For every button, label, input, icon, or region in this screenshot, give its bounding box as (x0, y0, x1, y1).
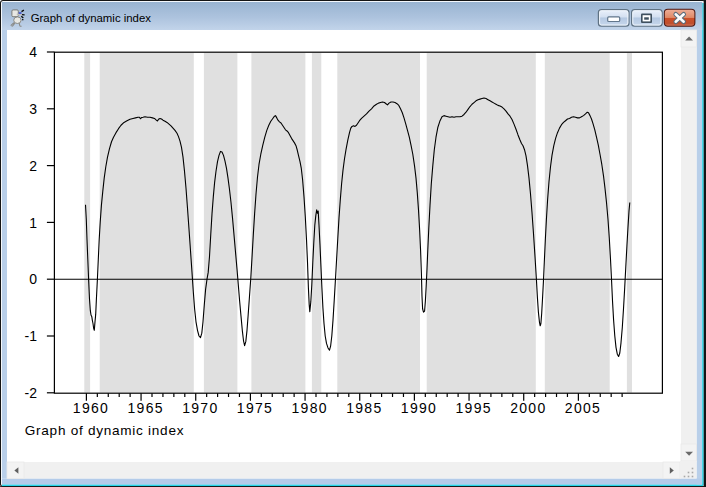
svg-text:1995: 1995 (455, 400, 491, 416)
svg-text:1990: 1990 (401, 400, 437, 416)
svg-text:1: 1 (29, 215, 37, 231)
svg-text:1975: 1975 (237, 400, 273, 416)
svg-text:Graph of dynamic index: Graph of dynamic index (25, 423, 184, 438)
svg-text:3: 3 (29, 101, 37, 117)
svg-text:1985: 1985 (346, 400, 382, 416)
svg-text:2: 2 (29, 158, 37, 174)
svg-text:-1: -1 (25, 328, 38, 344)
svg-text:1960: 1960 (73, 400, 109, 416)
svg-text:-2: -2 (25, 385, 38, 401)
svg-text:1970: 1970 (182, 400, 218, 416)
svg-text:2005: 2005 (565, 400, 601, 416)
svg-text:2000: 2000 (510, 400, 546, 416)
svg-text:Graph of dynamic index: Graph of dynamic index (31, 12, 152, 24)
svg-text:1980: 1980 (291, 400, 327, 416)
svg-text:1965: 1965 (127, 400, 163, 416)
svg-text:0: 0 (29, 271, 37, 287)
svg-text:4: 4 (29, 44, 37, 60)
